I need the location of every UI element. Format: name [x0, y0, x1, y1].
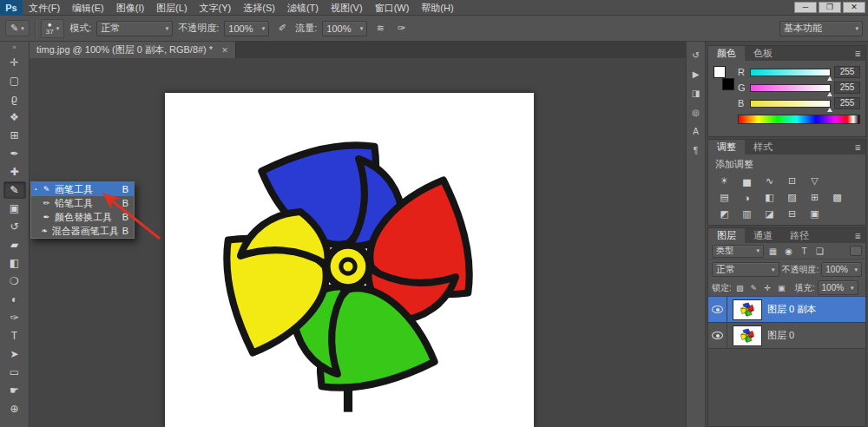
brush-tool[interactable]: ✎ — [3, 181, 26, 199]
menu-edit[interactable]: 编辑(E) — [66, 0, 110, 16]
document-tab[interactable]: timg.jpg @ 100% (图层 0 副本, RGB/8#) * ✕ — [30, 42, 236, 58]
layer-opacity-select[interactable]: 100% ▾ — [821, 262, 862, 277]
visibility-cell[interactable] — [708, 323, 727, 348]
history-panel-icon[interactable]: ↺ — [688, 49, 703, 61]
opacity-select[interactable]: 100% ▾ — [224, 21, 269, 36]
flyout-item-brush-tool[interactable]: ▪ ✎ 画笔工具 B — [31, 182, 134, 196]
gradient-tool[interactable]: ◧ — [3, 254, 26, 272]
slider-handle[interactable] — [827, 92, 832, 96]
menu-select[interactable]: 选择(S) — [237, 0, 281, 16]
path-selection-tool[interactable]: ➤ — [3, 345, 26, 363]
menu-view[interactable]: 视图(V) — [325, 0, 369, 16]
move-tool[interactable]: ✛ — [3, 54, 26, 71]
canvas[interactable] — [165, 93, 534, 427]
blue-value[interactable]: 255 — [834, 97, 860, 109]
eyedropper-tool[interactable]: ✒ — [3, 145, 26, 162]
foreground-color-swatch[interactable] — [713, 66, 726, 78]
spot-healing-brush-tool[interactable]: ✚ — [3, 163, 26, 181]
crop-tool[interactable]: ⊞ — [3, 127, 26, 144]
properties-panel-icon[interactable]: ◨ — [688, 87, 703, 99]
panel-menu-icon[interactable]: ≣ — [850, 140, 865, 154]
layer-fill-select[interactable]: 100% ▾ — [818, 280, 858, 295]
blue-slider[interactable] — [750, 100, 831, 108]
toolbar-collapse-icon[interactable]: » — [13, 42, 16, 54]
tab-swatches[interactable]: 色板 — [745, 46, 781, 61]
quick-selection-tool[interactable]: ❖ — [3, 108, 26, 126]
panel-menu-icon[interactable]: ≣ — [850, 228, 865, 243]
visibility-cell[interactable] — [708, 297, 727, 322]
invert-icon[interactable]: ◩ — [715, 207, 733, 220]
curves-icon[interactable]: ∿ — [760, 174, 779, 187]
lock-pixels-icon[interactable]: ✎ — [748, 282, 760, 293]
filter-toggle-switch[interactable] — [850, 246, 862, 256]
tab-paths[interactable]: 路径 — [781, 228, 818, 243]
lasso-tool[interactable]: ϱ — [3, 90, 26, 108]
threshold-icon[interactable]: ◪ — [760, 207, 779, 220]
posterize-icon[interactable]: ▥ — [738, 207, 756, 220]
black-white-icon[interactable]: ▨ — [783, 191, 801, 204]
slider-handle[interactable] — [827, 108, 832, 112]
horizontal-type-tool[interactable]: T — [3, 327, 26, 345]
tab-layers[interactable]: 图层 — [708, 228, 745, 243]
tool-preset-picker[interactable]: ✎ ▾ — [5, 20, 30, 36]
rectangular-marquee-tool[interactable]: ▢ — [3, 72, 26, 89]
brush-preset-picker[interactable]: ● 37 ▾ — [41, 19, 64, 38]
menu-window[interactable]: 窗口(W) — [369, 0, 416, 16]
eraser-tool[interactable]: ▰ — [3, 236, 26, 253]
paragraph-panel-icon[interactable]: ¶ — [688, 144, 703, 156]
green-slider[interactable] — [750, 84, 831, 92]
tab-adjustments[interactable]: 调整 — [708, 140, 745, 154]
color-spectrum-bar[interactable] — [738, 115, 860, 124]
flyout-item-mixer-brush-tool[interactable]: ❧ 混合器画笔工具 B — [31, 224, 134, 238]
actions-panel-icon[interactable]: ▶ — [688, 68, 703, 80]
character-panel-icon[interactable]: A — [688, 125, 703, 137]
layer-name[interactable]: 图层 0 — [767, 329, 865, 342]
levels-icon[interactable]: ▅ — [738, 174, 756, 187]
shape-filter-icon[interactable]: ❏ — [813, 245, 826, 257]
history-brush-tool[interactable]: ↺ — [3, 218, 26, 235]
selective-color-icon[interactable]: ▣ — [806, 207, 824, 220]
tab-color[interactable]: 颜色 — [708, 46, 745, 61]
pressure-opacity-icon[interactable]: ✐ — [274, 21, 290, 36]
blur-tool[interactable]: ❍ — [3, 273, 26, 290]
gradient-map-icon[interactable]: ⊟ — [783, 207, 801, 220]
hand-tool[interactable]: ☛ — [3, 382, 26, 399]
menu-image[interactable]: 图像(I) — [110, 0, 150, 16]
menu-file[interactable]: 文件(F) — [23, 0, 66, 16]
exposure-icon[interactable]: ⊡ — [783, 174, 801, 187]
rectangle-tool[interactable]: ▭ — [3, 364, 26, 381]
color-balance-icon[interactable]: ◧ — [760, 191, 779, 204]
visibility-eye-icon[interactable] — [712, 332, 723, 339]
tab-styles[interactable]: 样式 — [745, 140, 781, 154]
menu-filter[interactable]: 滤镜(T) — [281, 0, 325, 16]
hue-saturation-icon[interactable]: ◑ — [738, 191, 756, 204]
vibrance-icon[interactable]: ▤ — [715, 191, 733, 204]
green-value[interactable]: 255 — [834, 82, 860, 94]
brightness-contrast-icon[interactable]: ☀ — [715, 174, 733, 187]
workspace-switcher[interactable]: 基本功能 ▾ — [779, 21, 863, 36]
lock-all-icon[interactable]: ▣ — [776, 282, 787, 293]
close-button[interactable]: ✕ — [843, 2, 865, 13]
pixel-filter-icon[interactable]: ▦ — [766, 245, 779, 257]
layer-thumbnail[interactable] — [733, 299, 762, 320]
lock-position-icon[interactable]: ✛ — [762, 282, 773, 293]
photo-filter-icon[interactable]: ▽ — [806, 174, 824, 187]
adjustment-filter-icon[interactable]: ◉ — [782, 245, 795, 257]
zoom-tool[interactable]: ⊕ — [3, 400, 26, 417]
pressure-size-icon[interactable]: ✑ — [393, 21, 409, 36]
restore-button[interactable]: ❐ — [819, 2, 841, 13]
menu-layer[interactable]: 图层(L) — [150, 0, 193, 16]
flyout-item-pencil-tool[interactable]: ✏ 铅笔工具 B — [31, 196, 134, 210]
tab-channels[interactable]: 通道 — [745, 228, 781, 243]
clone-stamp-tool[interactable]: ▣ — [3, 200, 26, 217]
layer-row-original[interactable]: 图层 0 — [708, 323, 865, 349]
layer-blend-mode-select[interactable]: 正常 ▾ — [712, 262, 779, 277]
menu-help[interactable]: 帮助(H) — [415, 0, 459, 16]
layer-thumbnail[interactable] — [733, 325, 762, 346]
visibility-eye-icon[interactable] — [712, 305, 723, 313]
pen-tool[interactable]: ✑ — [3, 309, 26, 326]
info-panel-icon[interactable]: ◎ — [688, 106, 703, 118]
blend-mode-select[interactable]: 正常 ▾ — [96, 21, 173, 36]
type-filter-icon[interactable]: T — [798, 245, 811, 257]
lock-transparent-icon[interactable]: ▨ — [734, 282, 746, 293]
